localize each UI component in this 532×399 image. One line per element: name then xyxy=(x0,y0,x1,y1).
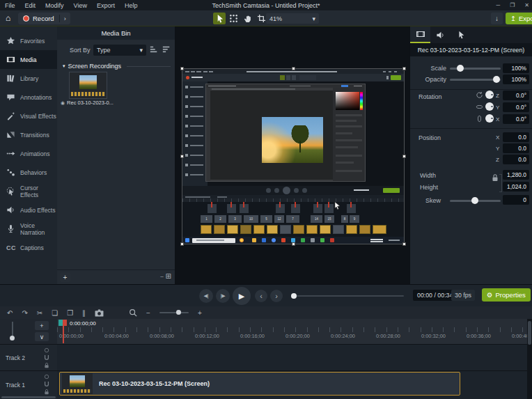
home-icon[interactable]: ⌂ xyxy=(6,13,10,23)
width-field[interactable]: 1,280.0 xyxy=(503,170,529,180)
track-magnet-icon[interactable] xyxy=(44,354,49,361)
sidebar-item-visual-effects[interactable]: Visual Effects xyxy=(0,107,57,125)
rotation-x-knob[interactable] xyxy=(485,114,494,123)
track-lock-icon[interactable] xyxy=(44,389,49,395)
record-chevron-icon[interactable]: › xyxy=(60,15,70,22)
selection-handle[interactable] xyxy=(292,67,295,70)
tab-audio-properties[interactable] xyxy=(430,26,451,43)
sidebar-item-animations[interactable]: Animations xyxy=(0,144,57,163)
scrubber-handle[interactable] xyxy=(291,293,297,299)
selection-handle[interactable] xyxy=(180,155,184,158)
sidebar-item-behaviors[interactable]: Behaviors xyxy=(0,163,57,182)
next-clip-button[interactable]: › xyxy=(270,290,283,302)
sidebar-item-voice-narration[interactable]: Voice Narration xyxy=(0,219,57,238)
position-z-field[interactable]: 0.0 xyxy=(503,155,529,164)
scale-slider[interactable] xyxy=(450,68,501,70)
track-magnet-icon[interactable] xyxy=(44,381,49,387)
canvas-zoom-select[interactable]: 41% ▾ xyxy=(266,13,319,24)
position-x-field[interactable]: 0.0 xyxy=(503,132,529,142)
skew-value-field[interactable]: 0 xyxy=(503,195,529,205)
aspect-lock-icon[interactable] xyxy=(492,173,499,182)
selection-handle[interactable] xyxy=(402,155,406,158)
collapse-tracks-button[interactable]: ∨ xyxy=(35,332,49,341)
track-2-lane[interactable] xyxy=(57,345,527,370)
track-height-handle[interactable] xyxy=(10,336,15,341)
sidebar-item-library[interactable]: Library xyxy=(0,69,57,88)
redo-button[interactable]: ↷ xyxy=(22,309,27,317)
transform-tool-button[interactable] xyxy=(227,13,240,24)
track-toggle-icon[interactable] xyxy=(44,347,49,353)
prev-clip-button[interactable]: ‹ xyxy=(255,290,267,302)
sidebar-item-captions[interactable]: CC Captions xyxy=(0,238,57,257)
step-forward-button[interactable]: |▶ xyxy=(216,289,230,303)
selection-handle[interactable] xyxy=(180,67,184,70)
sidebar-item-media[interactable]: Media xyxy=(0,50,57,69)
screen-recordings-group[interactable]: ▾ Screen Recordings xyxy=(63,63,171,70)
timeline-vertical-scrollbar[interactable] xyxy=(527,319,532,399)
add-media-button[interactable]: + xyxy=(60,272,70,282)
step-back-button[interactable]: ◀| xyxy=(199,289,213,303)
track-lock-icon[interactable] xyxy=(44,362,49,368)
sidebar-item-favorites[interactable]: Favorites xyxy=(0,31,57,50)
menu-file[interactable]: File xyxy=(0,2,20,9)
snapshot-camera-button[interactable] xyxy=(95,309,104,317)
preview-media[interactable]: 1 2 3 10 5 12 7 14 15 8 9 xyxy=(182,69,404,244)
sidebar-item-transitions[interactable]: Transitions xyxy=(0,125,57,144)
position-y-field[interactable]: 0.0 xyxy=(503,143,529,153)
timeline-clip[interactable]: Rec 03-10-2023-03-15-12-PM (Screen) xyxy=(59,372,460,396)
rotation-z-knob[interactable] xyxy=(485,91,494,99)
track-1-header[interactable]: Track 1 xyxy=(0,371,57,399)
undo-button[interactable]: ↶ xyxy=(7,309,13,317)
download-button[interactable]: ↓ xyxy=(491,13,503,24)
menu-view[interactable]: View xyxy=(69,2,92,9)
menu-help[interactable]: Help xyxy=(120,2,143,9)
timeline-zoom-out-button[interactable]: − xyxy=(146,309,150,317)
rotation-z-field[interactable]: 0.0° xyxy=(503,91,529,100)
cut-button[interactable]: ✂ xyxy=(37,309,42,317)
menu-edit[interactable]: Edit xyxy=(20,2,41,9)
copy-button[interactable]: ❏ xyxy=(52,309,58,317)
selection-handle[interactable] xyxy=(180,242,184,246)
split-button[interactable]: ∥ xyxy=(82,309,86,317)
selection-handle[interactable] xyxy=(292,242,295,246)
sort-desc-icon[interactable] xyxy=(162,45,171,54)
selection-handle[interactable] xyxy=(402,67,406,70)
play-button[interactable]: ▶ xyxy=(233,287,251,305)
close-icon[interactable]: ✕ xyxy=(524,2,529,8)
selection-handle[interactable] xyxy=(402,242,406,246)
rotation-y-field[interactable]: 0.0° xyxy=(503,102,529,112)
height-field[interactable]: 1,024.0 xyxy=(503,182,529,191)
skew-slider[interactable] xyxy=(450,200,501,202)
menu-export[interactable]: Export xyxy=(92,2,120,9)
timeline-horizontal-scrollbar[interactable] xyxy=(1,396,56,398)
sort-by-select[interactable]: Type ▾ xyxy=(93,45,146,56)
playhead[interactable] xyxy=(58,320,67,326)
maximize-icon[interactable]: ❐ xyxy=(510,2,515,8)
preview-scrubber[interactable] xyxy=(292,295,404,297)
scale-value-field[interactable]: 100% xyxy=(503,63,529,73)
export-button[interactable]: ↥ Export xyxy=(506,13,532,24)
sidebar-item-audio-effects[interactable]: Audio Effects xyxy=(0,201,57,219)
properties-button[interactable]: ⚙ Properties xyxy=(482,288,531,302)
track-2-header[interactable]: Track 2 xyxy=(0,345,57,370)
record-button[interactable]: Record › xyxy=(18,13,70,24)
sort-asc-icon[interactable] xyxy=(150,45,158,54)
select-tool-button[interactable] xyxy=(213,13,226,24)
track-height-slider[interactable] xyxy=(12,322,13,337)
timeline-zoom-in-button[interactable]: + xyxy=(198,309,202,317)
rotation-x-field[interactable]: 0.0° xyxy=(503,114,529,124)
track-toggle-icon[interactable] xyxy=(44,374,49,380)
sidebar-item-cursor-effects[interactable]: Cursor Effects xyxy=(0,182,57,201)
pan-tool-button[interactable] xyxy=(241,13,253,24)
menu-modify[interactable]: Modify xyxy=(40,2,69,9)
opacity-slider[interactable] xyxy=(450,79,501,81)
view-toggle[interactable]: ‒ ⊞ xyxy=(160,272,171,280)
timeline-zoom-slider[interactable] xyxy=(159,312,189,313)
tab-media-properties[interactable] xyxy=(410,26,430,43)
minimize-icon[interactable]: ─ xyxy=(496,2,500,8)
tab-cursor-properties[interactable] xyxy=(451,26,471,43)
add-track-button[interactable]: + xyxy=(35,321,49,330)
timeline-zoom-icon[interactable] xyxy=(129,308,137,317)
sidebar-item-annotations[interactable]: Annotations xyxy=(0,88,57,107)
media-item[interactable]: ◉ Rec 03-10-2023-0... xyxy=(61,71,115,109)
